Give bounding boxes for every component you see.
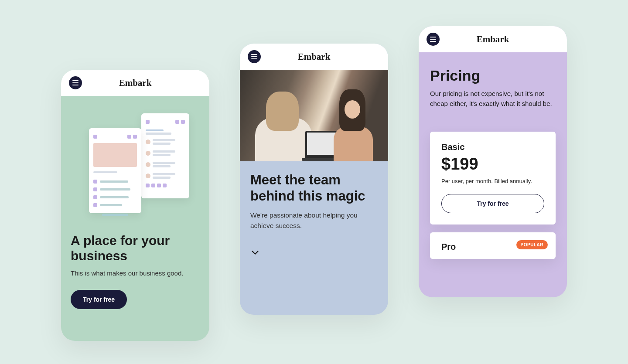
screen-body: Meet the team behind this magic We're pa… [240,161,388,270]
team-photo [240,70,388,161]
menu-icon[interactable] [69,76,82,89]
mock-card-front [89,128,141,213]
menu-icon[interactable] [248,50,261,63]
plan-note: Per user, per month. Billed annually. [441,178,544,184]
menu-icon[interactable] [427,33,440,46]
try-free-button[interactable]: Try for free [71,290,127,309]
pricing-title: Pricing [430,67,556,84]
hero-headline: A place for your business [71,233,200,263]
app-header: Embark [240,44,388,70]
plan-card-basic: Basic $199 Per user, per month. Billed a… [430,132,556,225]
mobile-screen-home: Embark [61,70,209,341]
popular-badge: POPULAR [516,240,548,249]
mobile-screen-pricing: Embark Pricing Our pricing is not expens… [419,26,567,297]
plan-card-pro: POPULAR Pro [430,232,556,259]
plan-price: $199 [441,155,544,173]
plan-name: Basic [441,142,544,152]
brand-logo: Embark [477,34,509,45]
pricing-subhead: Our pricing is not expensive, but it's n… [430,88,556,109]
team-headline: Meet the team behind this magic [250,172,378,204]
hero-subhead: This is what makes our business good. [71,269,200,277]
try-free-button[interactable]: Try for free [441,194,544,213]
brand-logo: Embark [119,78,152,88]
chevron-down-icon [250,248,260,258]
mobile-screen-team: Embark Meet the team behind this magic W… [240,44,388,315]
brand-logo: Embark [298,51,331,62]
screen-body: A place for your business This is what m… [61,96,209,322]
app-header: Embark [61,70,209,96]
team-subhead: We're passionate about helping you achie… [250,210,378,231]
hero-illustration [71,109,200,225]
mock-card-back [141,113,189,198]
app-header: Embark [419,26,567,52]
scroll-down-button[interactable] [250,248,378,259]
screen-body: Pricing Our pricing is not expensive, bu… [419,52,567,259]
